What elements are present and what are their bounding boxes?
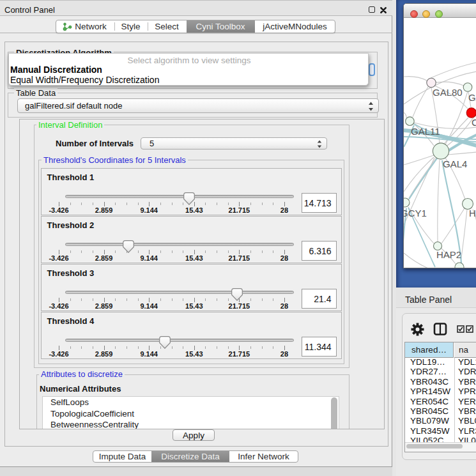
svg-text:C: C xyxy=(472,117,476,128)
svg-text:GAL4: GAL4 xyxy=(443,158,467,169)
svg-text:H: H xyxy=(469,208,476,219)
svg-text:GCY1: GCY1 xyxy=(404,208,427,219)
svg-text:GAL80: GAL80 xyxy=(433,87,463,98)
svg-text:HAP2: HAP2 xyxy=(436,249,461,260)
svg-text:GAL11: GAL11 xyxy=(411,126,440,137)
svg-text:GA: GA xyxy=(468,92,476,103)
